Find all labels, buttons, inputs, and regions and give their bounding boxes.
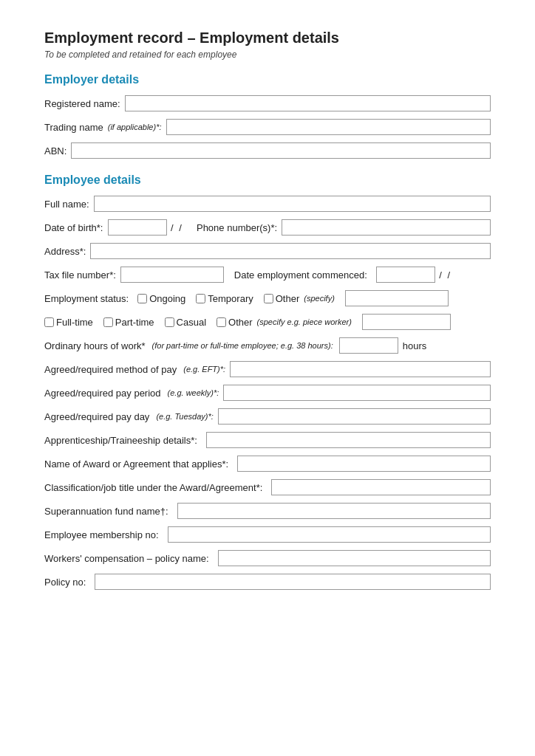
pay-period-row: Agreed/required pay period (e.g. weekly)… bbox=[44, 385, 491, 401]
policy-no-row: Policy no: bbox=[44, 574, 491, 590]
pay-period-label: Agreed/required pay period bbox=[44, 388, 161, 399]
policy-no-label: Policy no: bbox=[44, 577, 86, 588]
other2-checkbox[interactable] bbox=[217, 317, 226, 327]
date-employ-sep1: / bbox=[437, 269, 445, 281]
abn-label: ABN: bbox=[44, 145, 67, 157]
tax-label: Tax file number*: bbox=[44, 269, 116, 281]
trading-name-input[interactable] bbox=[166, 119, 491, 135]
pay-period-note: (e.g. weekly)*: bbox=[168, 388, 219, 397]
method-pay-note: (e.g. EFT)*: bbox=[183, 365, 225, 374]
workers-comp-label: Workers' compensation – policy name: bbox=[44, 553, 209, 564]
other2-checkbox-item: Other (specify e.g. piece worker) bbox=[217, 317, 352, 328]
workers-comp-row: Workers' compensation – policy name: bbox=[44, 550, 491, 566]
apprenticeship-input[interactable] bbox=[206, 432, 491, 448]
other2-label: Other bbox=[228, 317, 253, 328]
tax-input[interactable] bbox=[120, 267, 224, 283]
temporary-checkbox-item: Temporary bbox=[196, 293, 253, 304]
ongoing-checkbox-item: Ongoing bbox=[137, 293, 185, 304]
casual-checkbox[interactable] bbox=[165, 317, 174, 327]
fulltime-checkbox[interactable] bbox=[44, 317, 54, 327]
method-pay-row: Agreed/required method of pay (e.g. EFT)… bbox=[44, 361, 491, 377]
award-input[interactable] bbox=[237, 456, 491, 472]
trading-name-note: (if applicable)*: bbox=[108, 123, 162, 131]
super-label: Superannuation fund name†: bbox=[44, 506, 168, 517]
method-pay-input[interactable] bbox=[230, 361, 491, 377]
hours-row: Ordinary hours of work* (for part-time o… bbox=[44, 337, 491, 354]
parttime-checkbox[interactable] bbox=[103, 317, 113, 327]
other-employment-input[interactable] bbox=[345, 290, 449, 306]
other2-input[interactable] bbox=[362, 314, 451, 330]
trading-name-row: Trading name (if applicable)*: bbox=[44, 119, 491, 135]
other-employment-checkbox[interactable] bbox=[264, 294, 273, 303]
dob-phone-row: Date of birth*: / / Phone number(s)*: bbox=[44, 219, 491, 236]
abn-input[interactable] bbox=[71, 142, 491, 159]
phone-group: Phone number(s)*: bbox=[197, 219, 491, 236]
ongoing-label: Ongoing bbox=[149, 293, 185, 304]
other-employment-label: Other bbox=[276, 293, 300, 304]
other-employment-checkbox-item: Other (specify) bbox=[264, 293, 335, 304]
date-employ-label: Date employment commenced: bbox=[234, 269, 367, 281]
ongoing-checkbox[interactable] bbox=[137, 294, 147, 303]
fulltime-label: Full-time bbox=[56, 317, 93, 328]
workers-comp-input[interactable] bbox=[218, 550, 491, 566]
policy-no-input[interactable] bbox=[95, 574, 491, 590]
trading-name-label: Trading name bbox=[44, 122, 103, 133]
dob-input[interactable] bbox=[108, 219, 167, 236]
method-pay-label: Agreed/required method of pay bbox=[44, 364, 177, 375]
casual-label: Casual bbox=[177, 317, 206, 328]
other-specify-label: (specify) bbox=[304, 294, 335, 303]
date-employ-input[interactable] bbox=[376, 267, 435, 283]
hours-suffix: hours bbox=[403, 340, 427, 351]
date-employ-sep2: / bbox=[448, 269, 451, 281]
employment-status-row: Employment status: Ongoing Temporary Oth… bbox=[44, 290, 491, 306]
dob-label: Date of birth*: bbox=[44, 222, 103, 233]
apprenticeship-label: Apprenticeship/Traineeship details*: bbox=[44, 435, 197, 446]
super-input[interactable] bbox=[177, 503, 491, 519]
tax-date-row: Tax file number*: Date employment commen… bbox=[44, 267, 491, 283]
work-type-row: Full-time Part-time Casual Other (specif… bbox=[44, 314, 491, 330]
classification-row: Classification/job title under the Award… bbox=[44, 479, 491, 495]
fulltime-checkbox-item: Full-time bbox=[44, 317, 93, 328]
hours-note: (for part-time or full-time employee; e.… bbox=[152, 341, 333, 350]
parttime-label: Part-time bbox=[115, 317, 154, 328]
registered-name-input[interactable] bbox=[125, 95, 491, 111]
award-label: Name of Award or Agreement that applies*… bbox=[44, 458, 228, 470]
full-name-row: Full name: bbox=[44, 196, 491, 212]
membership-label: Employee membership no: bbox=[44, 529, 159, 540]
pay-day-row: Agreed/required pay day (e.g. Tuesday)*: bbox=[44, 408, 491, 425]
pay-period-input[interactable] bbox=[223, 385, 491, 401]
address-input[interactable] bbox=[90, 243, 491, 259]
super-row: Superannuation fund name†: bbox=[44, 503, 491, 519]
employee-section-title: Employee details bbox=[44, 173, 491, 187]
classification-label: Classification/job title under the Award… bbox=[44, 482, 262, 493]
page-title: Employment record – Employment details bbox=[44, 30, 491, 47]
membership-row: Employee membership no: bbox=[44, 526, 491, 543]
registered-name-row: Registered name: bbox=[44, 95, 491, 111]
casual-checkbox-item: Casual bbox=[165, 317, 206, 328]
abn-row: ABN: bbox=[44, 142, 491, 159]
award-row: Name of Award or Agreement that applies*… bbox=[44, 456, 491, 472]
dob-sep2: / bbox=[179, 222, 182, 233]
employment-status-label: Employment status: bbox=[44, 293, 129, 304]
other2-specify-label: (specify e.g. piece worker) bbox=[257, 317, 352, 326]
pay-day-note: (e.g. Tuesday)*: bbox=[156, 412, 213, 421]
page-subtitle: To be completed and retained for each em… bbox=[44, 49, 491, 60]
address-label: Address*: bbox=[44, 246, 86, 257]
employer-section-title: Employer details bbox=[44, 73, 491, 86]
hours-input[interactable] bbox=[339, 337, 398, 354]
pay-day-input[interactable] bbox=[218, 408, 491, 425]
full-name-input[interactable] bbox=[94, 196, 491, 212]
temporary-checkbox[interactable] bbox=[196, 294, 205, 303]
membership-input[interactable] bbox=[168, 526, 491, 543]
pay-day-label: Agreed/required pay day bbox=[44, 411, 149, 422]
classification-input[interactable] bbox=[271, 479, 491, 495]
apprenticeship-row: Apprenticeship/Traineeship details*: bbox=[44, 432, 491, 448]
phone-label: Phone number(s)*: bbox=[197, 222, 277, 233]
address-row: Address*: bbox=[44, 243, 491, 259]
registered-name-label: Registered name: bbox=[44, 98, 120, 109]
parttime-checkbox-item: Part-time bbox=[103, 317, 154, 328]
dob-sep1: / bbox=[168, 222, 177, 233]
hours-label: Ordinary hours of work* bbox=[44, 340, 146, 351]
temporary-label: Temporary bbox=[208, 293, 253, 304]
phone-input[interactable] bbox=[282, 219, 491, 236]
